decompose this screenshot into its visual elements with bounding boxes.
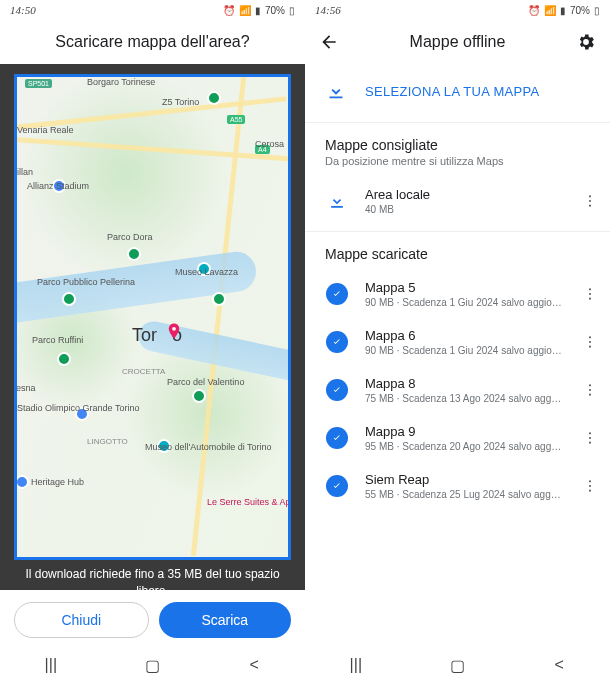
header-left: Scaricare mappa dell'area? [0, 20, 305, 64]
more-options-button[interactable] [578, 474, 602, 498]
map-label: Z5 Torino [162, 97, 199, 107]
downloaded-map-item[interactable]: Mappa 690 MB · Scadenza 1 Giu 2024 salvo… [305, 318, 610, 366]
home-button[interactable]: ▢ [142, 655, 162, 675]
phone-right-offline-maps: 14:56 ⏰ 📶 ▮ 70% ▯ Mappe offline [305, 0, 610, 680]
battery-text: 70% [265, 5, 285, 16]
status-bar: 14:50 ⏰ 📶 ▮ 70% ▯ [0, 0, 305, 20]
status-time: 14:50 [10, 4, 36, 16]
select-your-map-button[interactable]: SELEZIONA LA TUA MAPPA [305, 64, 610, 122]
map-label: Museo Lavazza [175, 267, 238, 277]
svg-point-6 [589, 298, 591, 300]
status-time: 14:56 [315, 4, 341, 16]
svg-point-2 [589, 200, 591, 202]
svg-point-7 [589, 336, 591, 338]
battery-icon: ▯ [594, 5, 600, 16]
download-icon [325, 80, 347, 102]
back-button[interactable]: < [244, 655, 264, 675]
poi-icon [62, 292, 76, 306]
battery-text: 70% [570, 5, 590, 16]
svg-point-14 [589, 437, 591, 439]
map-item-meta: 90 MB · Scadenza 1 Giu 2024 salvo aggior… [365, 345, 562, 356]
status-bar: 14:56 ⏰ 📶 ▮ 70% ▯ [305, 0, 610, 20]
close-button[interactable]: Chiudi [14, 602, 149, 638]
wifi-icon: 📶 [544, 5, 556, 16]
check-badge-icon [325, 331, 349, 353]
android-navbar: ||| ▢ < [0, 650, 305, 680]
downloaded-map-item[interactable]: Mappa 995 MB · Scadenza 20 Ago 2024 salv… [305, 414, 610, 462]
map-label: Cerosa [255, 139, 284, 149]
recommended-map-item[interactable]: Area locale 40 MB [305, 177, 610, 225]
svg-point-5 [589, 293, 591, 295]
recents-button[interactable]: ||| [346, 655, 366, 675]
more-options-button[interactable] [578, 378, 602, 402]
download-button[interactable]: Scarica [159, 602, 292, 638]
map-label: Parco Dora [107, 232, 153, 242]
downloaded-maps-list: Mappa 590 MB · Scadenza 1 Giu 2024 salvo… [305, 270, 610, 510]
wifi-icon: 📶 [239, 5, 251, 16]
settings-gear-button[interactable] [574, 30, 598, 54]
more-options-button[interactable] [578, 426, 602, 450]
alarm-icon: ⏰ [223, 5, 235, 16]
map-item-meta: 90 MB · Scadenza 1 Giu 2024 salvo aggior… [365, 297, 562, 308]
more-options-button[interactable] [578, 189, 602, 213]
svg-point-18 [589, 490, 591, 492]
map-label: Parco Pubblico Pellerina [37, 277, 135, 287]
svg-point-12 [589, 394, 591, 396]
map-label: Allianz Stadium [27, 181, 89, 191]
map-canvas[interactable]: SP501 A55 A4 Borgaro Torinese Z5 Torino … [17, 77, 288, 557]
svg-point-8 [589, 341, 591, 343]
poi-icon [207, 91, 221, 105]
page-title: Scaricare mappa dell'area? [12, 33, 293, 51]
map-label: Parco del Valentino [167, 377, 244, 387]
button-row: Chiudi Scarica [0, 590, 305, 650]
downloaded-map-item[interactable]: Siem Reap55 MB · Scadenza 25 Lug 2024 sa… [305, 462, 610, 510]
poi-icon [212, 292, 226, 306]
map-item-name: Mappa 9 [365, 424, 562, 439]
poi-icon [15, 475, 29, 489]
poi-icon [57, 352, 71, 366]
download-icon [325, 191, 349, 211]
check-badge-icon [325, 427, 349, 449]
poi-icon [127, 247, 141, 261]
svg-point-17 [589, 485, 591, 487]
check-badge-icon [325, 379, 349, 401]
more-options-button[interactable] [578, 330, 602, 354]
road-badge: A55 [227, 115, 245, 124]
road-badge: SP501 [25, 79, 52, 88]
map-selection-frame[interactable]: SP501 A55 A4 Borgaro Torinese Z5 Torino … [14, 74, 291, 560]
map-label: aillan [14, 167, 33, 177]
battery-icon: ▯ [289, 5, 295, 16]
back-arrow-button[interactable] [317, 30, 341, 54]
map-label: Parco Ruffini [32, 335, 83, 345]
location-pin-icon [165, 319, 183, 337]
map-label: Museo dell'Automobile di Torino [145, 442, 272, 452]
back-button[interactable]: < [549, 655, 569, 675]
svg-point-3 [589, 205, 591, 207]
android-navbar: ||| ▢ < [305, 650, 610, 680]
downloaded-section-title: Mappe scaricate [305, 232, 610, 270]
status-right: ⏰ 📶 ▮ 70% ▯ [528, 5, 600, 16]
map-label: Heritage Hub [31, 477, 84, 487]
check-badge-icon [325, 475, 349, 497]
downloaded-map-item[interactable]: Mappa 590 MB · Scadenza 1 Giu 2024 salvo… [305, 270, 610, 318]
home-button[interactable]: ▢ [447, 655, 467, 675]
svg-point-15 [589, 442, 591, 444]
downloaded-map-item[interactable]: Mappa 875 MB · Scadenza 13 Ago 2024 salv… [305, 366, 610, 414]
page-title: Mappe offline [353, 33, 562, 51]
svg-point-9 [589, 346, 591, 348]
more-options-button[interactable] [578, 282, 602, 306]
map-item-name: Mappa 8 [365, 376, 562, 391]
map-item-meta: 95 MB · Scadenza 20 Ago 2024 salvo aggio… [365, 441, 562, 452]
recents-button[interactable]: ||| [41, 655, 61, 675]
svg-point-16 [589, 480, 591, 482]
map-download-body: SP501 A55 A4 Borgaro Torinese Z5 Torino … [0, 64, 305, 650]
header-right: Mappe offline [305, 20, 610, 64]
svg-point-10 [589, 384, 591, 386]
check-badge-icon [325, 283, 349, 305]
svg-point-0 [172, 327, 176, 331]
poi-icon [192, 389, 206, 403]
map-label: Lesna [14, 383, 36, 393]
recommended-section-subtitle: Da posizione mentre si utilizza Maps [305, 155, 610, 177]
svg-point-11 [589, 389, 591, 391]
map-label: Stadio Olimpico Grande Torino [17, 403, 139, 413]
